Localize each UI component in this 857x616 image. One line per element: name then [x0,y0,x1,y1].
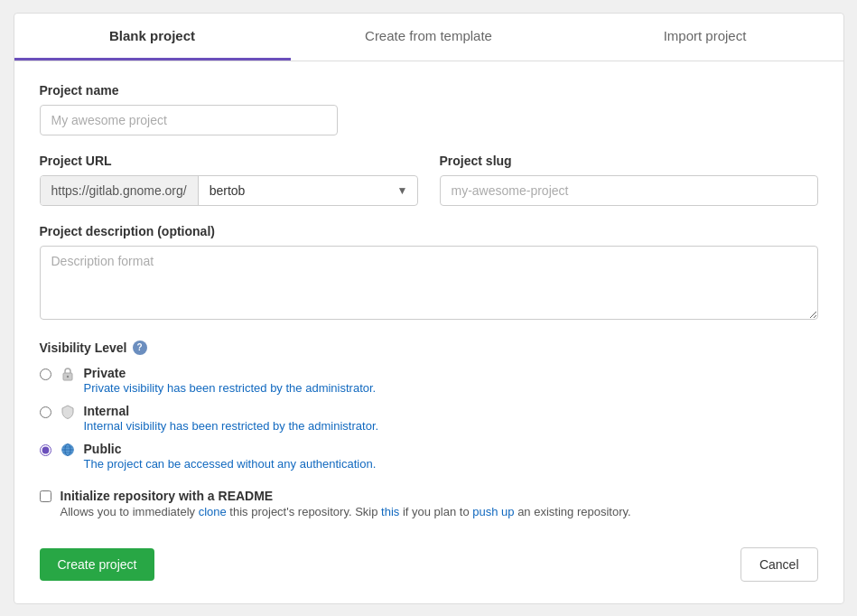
visibility-internal-label: Internal [84,404,379,418]
project-name-group: Project name [40,83,818,135]
clone-link[interactable]: clone [199,505,227,518]
project-slug-label: Project slug [440,154,818,168]
visibility-internal-item: Internal Internal visibility has been re… [40,404,818,433]
url-slug-row: Project URL https://gitlab.gnome.org/ be… [40,154,818,206]
globe-icon [61,443,75,457]
url-field-group: https://gitlab.gnome.org/ bertob ▼ [40,175,418,206]
visibility-private-desc: Private visibility has been restricted b… [84,381,377,395]
visibility-private-item: Private Private visibility has been rest… [40,366,818,395]
namespace-select-wrapper: bertob ▼ [199,176,417,205]
namespace-select[interactable]: bertob [199,176,417,205]
visibility-public-item: Public The project can be accessed witho… [40,442,818,471]
visibility-public-content: Public The project can be accessed witho… [84,442,377,471]
url-prefix: https://gitlab.gnome.org/ [41,176,199,205]
project-name-input[interactable] [40,105,338,135]
visibility-public-label: Public [84,442,377,456]
skip-link[interactable]: this [381,505,399,518]
lock-icon [61,367,75,381]
tab-bar: Blank project Create from template Impor… [14,14,843,61]
visibility-group: Visibility Level ? Private Private visib… [40,341,818,471]
project-url-group: Project URL https://gitlab.gnome.org/ be… [40,154,418,206]
visibility-internal-desc: Internal visibility has been restricted … [84,419,379,433]
tab-create-from-template[interactable]: Create from template [291,14,567,61]
init-readme-checkbox[interactable] [40,490,51,502]
create-project-button[interactable]: Create project [40,548,155,581]
tab-blank-project[interactable]: Blank project [14,14,291,61]
visibility-help-icon[interactable]: ? [133,341,147,355]
cancel-button[interactable]: Cancel [741,547,818,582]
tab-import-project[interactable]: Import project [567,14,843,61]
create-project-dialog: Blank project Create from template Impor… [14,13,844,604]
init-readme-label: Initialize repository with a README [61,489,274,503]
init-readme-group: Initialize repository with a README Allo… [40,489,818,518]
visibility-internal-content: Internal Internal visibility has been re… [84,404,379,433]
visibility-private-content: Private Private visibility has been rest… [84,366,377,395]
project-slug-group: Project slug [440,154,818,206]
visibility-public-desc: The project can be accessed without any … [84,457,377,471]
visibility-private-label: Private [84,366,377,380]
init-readme-desc: Allows you to immediately clone this pro… [61,505,631,518]
description-label: Project description (optional) [40,224,818,238]
init-readme-content: Initialize repository with a README Allo… [61,489,631,518]
form-content: Project name Project URL https://gitlab.… [14,61,843,603]
visibility-title: Visibility Level ? [40,341,818,355]
svg-point-1 [66,375,68,377]
visibility-private-radio[interactable] [40,369,51,380]
footer-buttons: Create project Cancel [40,540,818,582]
shield-icon [61,405,75,419]
visibility-public-radio[interactable] [40,444,51,456]
project-url-label: Project URL [40,154,418,168]
project-name-label: Project name [40,83,818,98]
description-group: Project description (optional) [40,224,818,322]
project-slug-input[interactable] [440,175,818,206]
push-link[interactable]: push up [472,505,514,518]
visibility-radio-group: Private Private visibility has been rest… [40,366,818,471]
description-textarea[interactable] [40,246,818,320]
visibility-internal-radio[interactable] [40,406,51,418]
